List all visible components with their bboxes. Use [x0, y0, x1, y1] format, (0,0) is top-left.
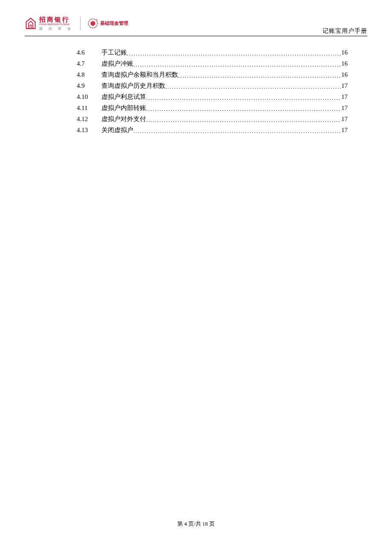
document-title: 记账宝用户手册	[323, 27, 367, 35]
table-of-contents: 4.6 手工记账 16 4.7 虚拟户冲账 16 4.8 查询虚拟户余额和当月积…	[77, 49, 348, 137]
toc-title: 虚拟户内部转账	[101, 104, 146, 112]
header-rule	[25, 36, 367, 36]
page-header: 招商银行 CHINA MERCHANTS BANK 因 您 而 变 + 基础现金…	[25, 16, 367, 31]
toc-number: 4.6	[77, 49, 101, 56]
toc-page: 17	[341, 104, 348, 112]
bank-slogan: 因 您 而 变	[39, 27, 73, 31]
toc-entry: 4.8 查询虚拟户余额和当月积数 16	[77, 71, 348, 82]
toc-page: 17	[341, 127, 348, 134]
svg-point-1	[90, 21, 95, 26]
toc-entry: 4.9 查询虚拟户历史月积数 17	[77, 82, 348, 93]
toc-entry: 4.11 虚拟户内部转账 17	[77, 104, 348, 115]
toc-title: 关闭虚拟户	[101, 126, 133, 134]
toc-title: 手工记账	[101, 49, 127, 57]
cmb-logo: 招商银行 CHINA MERCHANTS BANK 因 您 而 变	[25, 16, 73, 31]
toc-title: 虚拟户利息试算	[101, 93, 146, 101]
toc-leader	[133, 127, 341, 135]
toc-page: 16	[341, 49, 348, 56]
toc-leader	[146, 105, 341, 113]
toc-leader	[146, 94, 341, 101]
toc-entry: 4.12 虚拟户对外支付 17	[77, 115, 348, 126]
toc-number: 4.13	[77, 127, 101, 134]
toc-entry: 4.13 关闭虚拟户 17	[77, 126, 348, 137]
toc-title: 查询虚拟户历史月积数	[101, 82, 165, 90]
product-logo: + 基础现金管理	[87, 18, 128, 29]
toc-number: 4.7	[77, 60, 101, 67]
toc-title: 查询虚拟户余额和当月积数	[101, 71, 178, 79]
cmb-logo-icon	[25, 17, 37, 29]
page-footer: 第 4 页/共 18 页	[0, 520, 392, 528]
toc-page: 17	[341, 93, 348, 101]
toc-leader	[146, 116, 341, 124]
toc-entry: 4.6 手工记账 16	[77, 49, 348, 60]
toc-number: 4.8	[77, 71, 101, 78]
toc-title: 虚拟户对外支付	[101, 115, 146, 123]
bank-name-en: CHINA MERCHANTS BANK	[39, 23, 73, 26]
toc-leader	[178, 72, 341, 79]
toc-leader	[133, 61, 341, 68]
toc-page: 16	[341, 60, 348, 67]
toc-number: 4.11	[77, 104, 101, 112]
toc-page: 17	[341, 82, 348, 90]
product-name: 基础现金管理	[100, 20, 128, 26]
toc-entry: 4.10 虚拟户利息试算 17	[77, 93, 348, 104]
toc-leader	[165, 83, 341, 90]
toc-leader	[127, 50, 341, 57]
toc-number: 4.12	[77, 116, 101, 123]
bank-name-cn: 招商银行	[39, 16, 73, 23]
toc-entry: 4.7 虚拟户冲账 16	[77, 60, 348, 71]
toc-number: 4.10	[77, 93, 101, 101]
page-number: 第 4 页/共 18 页	[177, 520, 215, 527]
logo-divider	[80, 17, 81, 30]
toc-title: 虚拟户冲账	[101, 60, 133, 68]
toc-page: 16	[341, 71, 348, 78]
logo-group: 招商银行 CHINA MERCHANTS BANK 因 您 而 变 + 基础现金…	[25, 16, 128, 31]
svg-text:+: +	[96, 18, 98, 22]
toc-page: 17	[341, 116, 348, 123]
toc-number: 4.9	[77, 82, 101, 90]
cash-logo-icon: +	[87, 18, 98, 29]
